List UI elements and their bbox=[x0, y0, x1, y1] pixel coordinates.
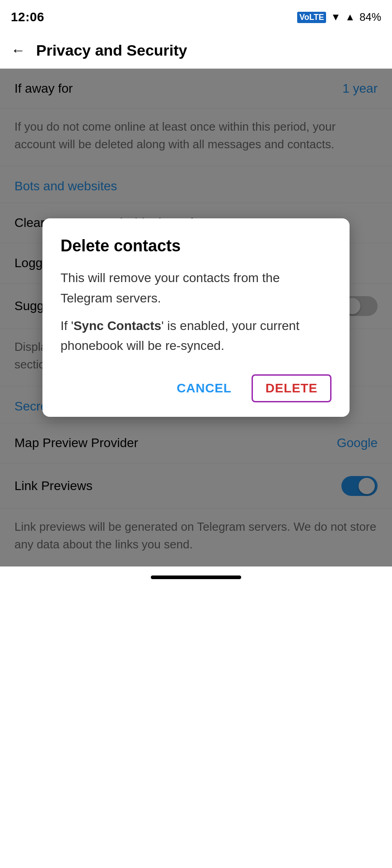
status-bar: 12:06 VoLTE ▼ ▲ 84% bbox=[0, 0, 392, 33]
dialog-body2-pre: If ' bbox=[61, 319, 74, 333]
delete-contacts-dialog: Delete contacts This will remove your co… bbox=[42, 218, 350, 417]
top-nav: ← Privacy and Security bbox=[0, 33, 392, 69]
dialog-title: Delete contacts bbox=[61, 236, 331, 255]
settings-content: If away for 1 year If you do not come on… bbox=[0, 69, 392, 566]
page-title: Privacy and Security bbox=[36, 42, 187, 59]
status-time: 12:06 bbox=[11, 10, 44, 24]
dialog-actions: CANCEL DELETE bbox=[61, 374, 331, 402]
volte-icon: VoLTE bbox=[297, 12, 326, 23]
wifi-icon: ▼ bbox=[331, 11, 341, 23]
dialog-overlay: Delete contacts This will remove your co… bbox=[0, 69, 392, 566]
home-indicator bbox=[151, 576, 241, 579]
dialog-body1: This will remove your contacts from the … bbox=[61, 268, 331, 309]
back-button[interactable]: ← bbox=[11, 42, 25, 59]
cancel-button[interactable]: CANCEL bbox=[168, 376, 240, 401]
status-icons: VoLTE ▼ ▲ 84% bbox=[297, 11, 381, 24]
signal-icon: ▲ bbox=[345, 11, 355, 23]
dialog-body2: If 'Sync Contacts' is enabled, your curr… bbox=[61, 316, 331, 357]
delete-button[interactable]: DELETE bbox=[252, 374, 331, 402]
dialog-body2-bold: Sync Contacts bbox=[74, 319, 162, 333]
nav-indicator bbox=[0, 566, 392, 588]
battery-level: 84% bbox=[359, 11, 381, 24]
